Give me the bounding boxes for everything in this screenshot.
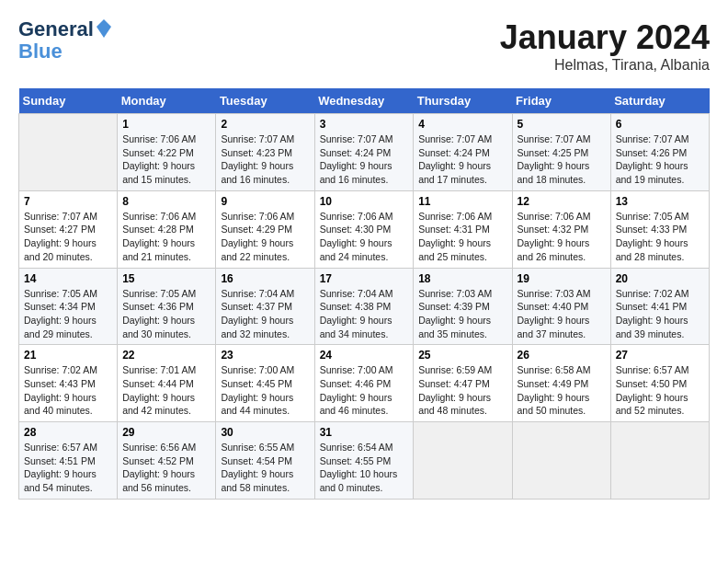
- day-detail: Sunrise: 6:55 AM Sunset: 4:54 PM Dayligh…: [221, 441, 309, 495]
- day-number: 6: [616, 118, 704, 131]
- calendar-cell: [610, 422, 709, 500]
- day-number: 17: [320, 272, 409, 285]
- logo: General Blue: [18, 18, 113, 63]
- calendar-cell: 4Sunrise: 7:07 AM Sunset: 4:24 PM Daylig…: [414, 114, 512, 191]
- day-detail: Sunrise: 7:07 AM Sunset: 4:27 PM Dayligh…: [24, 210, 112, 264]
- day-number: 5: [518, 118, 606, 131]
- day-number: 30: [221, 426, 309, 439]
- day-detail: Sunrise: 7:06 AM Sunset: 4:22 PM Dayligh…: [122, 132, 210, 187]
- day-detail: Sunrise: 7:02 AM Sunset: 4:41 PM Dayligh…: [616, 287, 704, 341]
- calendar-cell: 2Sunrise: 7:07 AM Sunset: 4:23 PM Daylig…: [216, 114, 314, 191]
- header: General Blue January 2024 Helmas, Tirana…: [18, 18, 710, 74]
- day-detail: Sunrise: 7:00 AM Sunset: 4:45 PM Dayligh…: [221, 363, 309, 418]
- day-number: 7: [24, 195, 112, 208]
- day-number: 18: [418, 272, 506, 285]
- day-number: 19: [518, 272, 606, 285]
- calendar-cell: 31Sunrise: 6:54 AM Sunset: 4:55 PM Dayli…: [314, 422, 414, 500]
- day-number: 22: [122, 349, 210, 362]
- day-detail: Sunrise: 7:05 AM Sunset: 4:33 PM Dayligh…: [616, 210, 704, 264]
- calendar-cell: 8Sunrise: 7:06 AM Sunset: 4:28 PM Daylig…: [118, 190, 216, 268]
- day-number: 16: [221, 272, 309, 285]
- day-number: 10: [320, 195, 409, 208]
- day-header-friday: Friday: [512, 88, 610, 114]
- day-number: 1: [122, 118, 210, 131]
- day-number: 24: [320, 349, 409, 362]
- calendar-cell: 21Sunrise: 7:02 AM Sunset: 4:43 PM Dayli…: [19, 345, 118, 422]
- day-number: 2: [221, 118, 309, 131]
- title-area: January 2024 Helmas, Tirana, Albania: [500, 18, 710, 74]
- calendar-cell: 19Sunrise: 7:03 AM Sunset: 4:40 PM Dayli…: [512, 268, 610, 345]
- day-detail: Sunrise: 6:54 AM Sunset: 4:55 PM Dayligh…: [320, 441, 409, 495]
- calendar-week-row: 21Sunrise: 7:02 AM Sunset: 4:43 PM Dayli…: [19, 345, 710, 422]
- day-detail: Sunrise: 7:06 AM Sunset: 4:28 PM Dayligh…: [122, 210, 210, 264]
- day-number: 23: [221, 349, 309, 362]
- day-header-wednesday: Wednesday: [314, 88, 414, 114]
- svg-marker-0: [97, 19, 111, 38]
- day-detail: Sunrise: 7:06 AM Sunset: 4:30 PM Dayligh…: [320, 210, 409, 264]
- day-detail: Sunrise: 7:04 AM Sunset: 4:38 PM Dayligh…: [320, 287, 409, 341]
- day-detail: Sunrise: 6:58 AM Sunset: 4:49 PM Dayligh…: [518, 363, 606, 418]
- day-detail: Sunrise: 7:07 AM Sunset: 4:24 PM Dayligh…: [320, 132, 409, 187]
- calendar-cell: [19, 114, 118, 191]
- day-number: 21: [24, 349, 112, 362]
- calendar-cell: 7Sunrise: 7:07 AM Sunset: 4:27 PM Daylig…: [19, 190, 118, 268]
- day-number: 25: [418, 349, 506, 362]
- logo-text-general: General: [18, 18, 94, 40]
- calendar-cell: 25Sunrise: 6:59 AM Sunset: 4:47 PM Dayli…: [414, 345, 512, 422]
- calendar-cell: 9Sunrise: 7:06 AM Sunset: 4:29 PM Daylig…: [216, 190, 314, 268]
- day-number: 28: [24, 426, 112, 439]
- subtitle: Helmas, Tirana, Albania: [500, 57, 710, 74]
- day-detail: Sunrise: 7:05 AM Sunset: 4:36 PM Dayligh…: [122, 287, 210, 341]
- calendar-table: SundayMondayTuesdayWednesdayThursdayFrid…: [18, 88, 710, 500]
- calendar-week-row: 28Sunrise: 6:57 AM Sunset: 4:51 PM Dayli…: [19, 422, 710, 500]
- day-detail: Sunrise: 7:07 AM Sunset: 4:25 PM Dayligh…: [518, 132, 606, 187]
- calendar-cell: 20Sunrise: 7:02 AM Sunset: 4:41 PM Dayli…: [610, 268, 709, 345]
- day-detail: Sunrise: 7:00 AM Sunset: 4:46 PM Dayligh…: [320, 363, 409, 418]
- calendar-cell: 15Sunrise: 7:05 AM Sunset: 4:36 PM Dayli…: [118, 268, 216, 345]
- day-number: 20: [616, 272, 704, 285]
- day-header-tuesday: Tuesday: [216, 88, 314, 114]
- day-header-sunday: Sunday: [19, 88, 118, 114]
- day-number: 11: [418, 195, 506, 208]
- day-header-thursday: Thursday: [414, 88, 512, 114]
- day-number: 9: [221, 195, 309, 208]
- calendar-cell: 30Sunrise: 6:55 AM Sunset: 4:54 PM Dayli…: [216, 422, 314, 500]
- day-number: 15: [122, 272, 210, 285]
- calendar-cell: 22Sunrise: 7:01 AM Sunset: 4:44 PM Dayli…: [118, 345, 216, 422]
- day-number: 12: [518, 195, 606, 208]
- calendar-cell: 13Sunrise: 7:05 AM Sunset: 4:33 PM Dayli…: [610, 190, 709, 268]
- calendar-cell: 18Sunrise: 7:03 AM Sunset: 4:39 PM Dayli…: [414, 268, 512, 345]
- day-header-monday: Monday: [118, 88, 216, 114]
- main-title: January 2024: [500, 18, 710, 57]
- day-detail: Sunrise: 7:03 AM Sunset: 4:39 PM Dayligh…: [418, 287, 506, 341]
- day-detail: Sunrise: 7:03 AM Sunset: 4:40 PM Dayligh…: [518, 287, 606, 341]
- day-detail: Sunrise: 7:07 AM Sunset: 4:26 PM Dayligh…: [616, 132, 704, 187]
- calendar-cell: 10Sunrise: 7:06 AM Sunset: 4:30 PM Dayli…: [314, 190, 414, 268]
- day-detail: Sunrise: 7:04 AM Sunset: 4:37 PM Dayligh…: [221, 287, 309, 341]
- calendar-week-row: 1Sunrise: 7:06 AM Sunset: 4:22 PM Daylig…: [19, 114, 710, 191]
- day-number: 4: [418, 118, 506, 131]
- day-detail: Sunrise: 6:59 AM Sunset: 4:47 PM Dayligh…: [418, 363, 506, 418]
- calendar-cell: 5Sunrise: 7:07 AM Sunset: 4:25 PM Daylig…: [512, 114, 610, 191]
- logo-icon: [95, 17, 113, 40]
- calendar-cell: [414, 422, 512, 500]
- calendar-header-row: SundayMondayTuesdayWednesdayThursdayFrid…: [19, 88, 710, 114]
- day-detail: Sunrise: 7:02 AM Sunset: 4:43 PM Dayligh…: [24, 363, 112, 418]
- day-detail: Sunrise: 6:57 AM Sunset: 4:50 PM Dayligh…: [616, 363, 704, 418]
- day-number: 31: [320, 426, 409, 439]
- calendar-cell: 16Sunrise: 7:04 AM Sunset: 4:37 PM Dayli…: [216, 268, 314, 345]
- calendar-cell: 3Sunrise: 7:07 AM Sunset: 4:24 PM Daylig…: [314, 114, 414, 191]
- calendar-cell: 6Sunrise: 7:07 AM Sunset: 4:26 PM Daylig…: [610, 114, 709, 191]
- day-detail: Sunrise: 6:57 AM Sunset: 4:51 PM Dayligh…: [24, 441, 112, 495]
- day-detail: Sunrise: 6:56 AM Sunset: 4:52 PM Dayligh…: [122, 441, 210, 495]
- day-detail: Sunrise: 7:07 AM Sunset: 4:24 PM Dayligh…: [418, 132, 506, 187]
- day-number: 14: [24, 272, 112, 285]
- day-detail: Sunrise: 7:01 AM Sunset: 4:44 PM Dayligh…: [122, 363, 210, 418]
- calendar-cell: 29Sunrise: 6:56 AM Sunset: 4:52 PM Dayli…: [118, 422, 216, 500]
- day-detail: Sunrise: 7:06 AM Sunset: 4:32 PM Dayligh…: [518, 210, 606, 264]
- calendar-cell: 14Sunrise: 7:05 AM Sunset: 4:34 PM Dayli…: [19, 268, 118, 345]
- day-number: 27: [616, 349, 704, 362]
- day-number: 13: [616, 195, 704, 208]
- calendar-cell: 27Sunrise: 6:57 AM Sunset: 4:50 PM Dayli…: [610, 345, 709, 422]
- calendar-cell: 11Sunrise: 7:06 AM Sunset: 4:31 PM Dayli…: [414, 190, 512, 268]
